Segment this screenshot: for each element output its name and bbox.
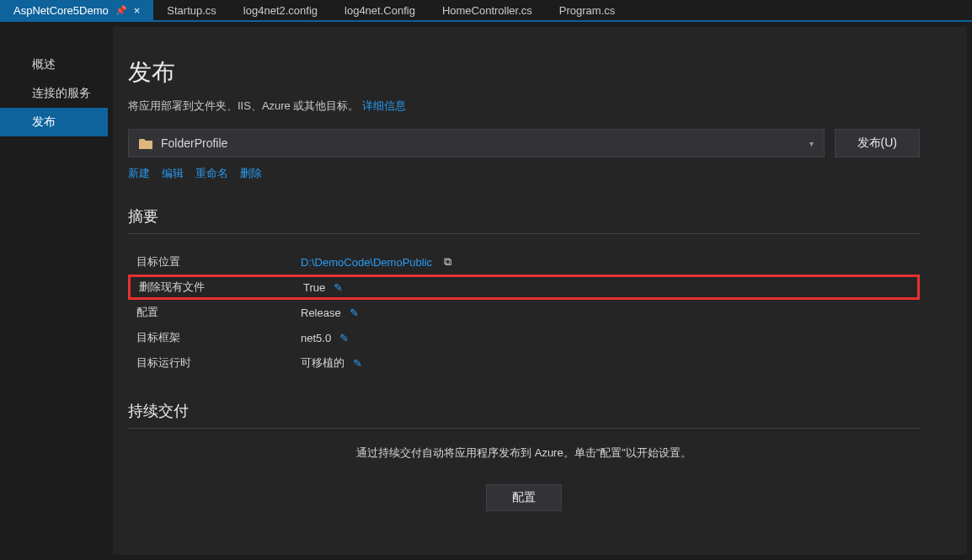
- divider: [128, 428, 920, 429]
- summary-label: 目标运行时: [128, 355, 301, 371]
- close-icon[interactable]: ×: [134, 4, 141, 17]
- summary-label: 删除现有文件: [131, 280, 303, 295]
- summary-row-target-location: 目标位置 D:\DemoCode\DemoPublic ⧉: [128, 249, 920, 275]
- config-button[interactable]: 配置: [486, 484, 562, 511]
- summary-row-target-framework: 目标框架 net5.0 ✎: [128, 325, 920, 350]
- page-title: 发布: [128, 56, 920, 88]
- tab-active[interactable]: AspNetCore5Demo 📌 ×: [0, 0, 153, 20]
- details-link[interactable]: 详细信息: [362, 99, 406, 112]
- summary-label: 配置: [128, 305, 301, 320]
- summary-row-configuration: 配置 Release ✎: [128, 300, 920, 325]
- new-link[interactable]: 新建: [128, 166, 150, 181]
- target-location-link[interactable]: D:\DemoCode\DemoPublic: [301, 256, 432, 269]
- tab-label: Startup.cs: [167, 4, 216, 17]
- tab-log4net2[interactable]: log4net2.config: [230, 0, 331, 20]
- sidebar-item-connected-services[interactable]: 连接的服务: [0, 79, 108, 108]
- tab-log4net[interactable]: log4net.Config: [331, 0, 429, 20]
- rename-link[interactable]: 重命名: [195, 166, 228, 181]
- sidebar-item-publish[interactable]: 发布: [0, 108, 108, 136]
- summary-value: 可移植的 ✎: [301, 355, 362, 371]
- summary-title: 摘要: [128, 206, 920, 227]
- profile-actions: 新建 编辑 重命名 删除: [128, 166, 920, 181]
- cd-description: 通过持续交付自动将应用程序发布到 Azure。单击"配置"以开始设置。: [128, 445, 920, 461]
- tab-program[interactable]: Program.cs: [546, 0, 628, 20]
- page-description: 将应用部署到文件夹、IIS、Azure 或其他目标。 详细信息: [128, 99, 920, 114]
- summary-table: 目标位置 D:\DemoCode\DemoPublic ⧉ 删除现有文件 Tru…: [128, 249, 920, 376]
- profile-select[interactable]: FolderProfile ▾: [128, 129, 825, 157]
- edit-link[interactable]: 编辑: [162, 166, 184, 181]
- tab-label: HomeController.cs: [442, 4, 532, 17]
- tab-label: Program.cs: [559, 4, 615, 17]
- main-area: 概述 连接的服务 发布 发布 将应用部署到文件夹、IIS、Azure 或其他目标…: [0, 22, 972, 560]
- tab-startup[interactable]: Startup.cs: [153, 0, 230, 20]
- sidebar-item-label: 概述: [32, 57, 56, 71]
- divider: [128, 233, 920, 234]
- summary-label: 目标框架: [128, 330, 301, 345]
- tab-bar: AspNetCore5Demo 📌 × Startup.cs log4net2.…: [0, 0, 972, 22]
- cd-title: 持续交付: [128, 401, 920, 421]
- publish-button[interactable]: 发布(U): [835, 129, 920, 157]
- tab-homecontroller[interactable]: HomeController.cs: [429, 0, 546, 20]
- sidebar-item-label: 发布: [32, 115, 56, 128]
- sidebar-item-overview[interactable]: 概述: [0, 51, 108, 79]
- summary-value: net5.0 ✎: [301, 332, 349, 344]
- publish-content: 发布 将应用部署到文件夹、IIS、Azure 或其他目标。 详细信息 Folde…: [113, 27, 967, 555]
- tab-label: log4net.Config: [344, 4, 415, 17]
- folder-icon: [139, 138, 152, 149]
- tab-label: AspNetCore5Demo: [13, 4, 109, 17]
- tab-label: log4net2.config: [243, 4, 318, 17]
- delete-link[interactable]: 删除: [240, 166, 262, 181]
- edit-icon[interactable]: ✎: [353, 357, 362, 370]
- profile-name: FolderProfile: [161, 136, 227, 150]
- edit-icon[interactable]: ✎: [339, 332, 349, 344]
- sidebar: 概述 连接的服务 发布: [0, 22, 108, 560]
- chevron-down-icon: ▾: [809, 139, 814, 148]
- pin-icon[interactable]: 📌: [115, 5, 127, 16]
- sidebar-item-label: 连接的服务: [32, 86, 91, 99]
- copy-icon[interactable]: ⧉: [444, 255, 451, 269]
- profile-row: FolderProfile ▾ 发布(U): [128, 129, 920, 157]
- summary-label: 目标位置: [128, 254, 301, 269]
- edit-icon[interactable]: ✎: [334, 281, 343, 294]
- summary-row-delete-existing: 删除现有文件 True ✎: [128, 275, 920, 300]
- edit-icon[interactable]: ✎: [350, 307, 359, 319]
- summary-row-target-runtime: 目标运行时 可移植的 ✎: [128, 350, 920, 376]
- cd-button-wrap: 配置: [128, 484, 920, 511]
- summary-value: Release ✎: [301, 307, 359, 319]
- summary-value: D:\DemoCode\DemoPublic ⧉: [301, 255, 451, 269]
- summary-value: True ✎: [303, 281, 343, 294]
